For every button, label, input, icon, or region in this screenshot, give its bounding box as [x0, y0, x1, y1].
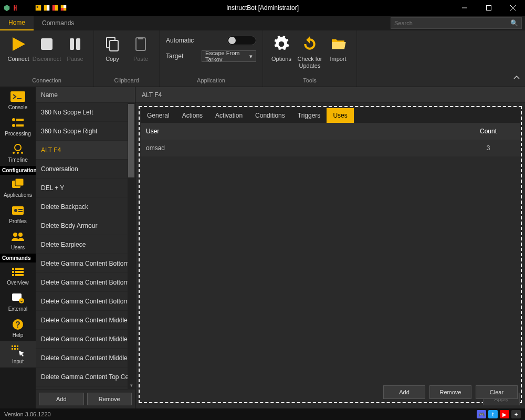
- connect-button[interactable]: Connect: [4, 33, 33, 65]
- vnav-help-label: Help: [13, 332, 24, 338]
- vnav-overview[interactable]: Overview: [0, 262, 36, 289]
- gear-icon: [272, 35, 291, 54]
- app-icon-1: [3, 4, 10, 12]
- uses-clear-button[interactable]: Clear: [476, 385, 518, 399]
- svg-rect-19: [110, 40, 118, 51]
- applications-icon: [10, 178, 26, 191]
- uses-col-user[interactable]: User: [146, 128, 462, 135]
- vnav-input[interactable]: Input: [0, 341, 36, 368]
- menu-tab-home[interactable]: Home: [0, 16, 34, 30]
- command-item[interactable]: Delete Gamma Content Middle ...: [36, 311, 128, 330]
- tab-triggers[interactable]: Triggers: [291, 108, 327, 123]
- svg-rect-16: [70, 38, 74, 50]
- minibtn-1[interactable]: [35, 4, 42, 12]
- minimize-button[interactable]: [453, 0, 477, 16]
- command-item[interactable]: Delete Backpack: [36, 197, 128, 216]
- updates-button[interactable]: Check for Updates: [296, 33, 324, 71]
- uses-cell-count: 3: [462, 144, 514, 152]
- svg-rect-40: [12, 268, 14, 270]
- command-add-button[interactable]: Add: [39, 393, 84, 405]
- uses-remove-button[interactable]: Remove: [429, 385, 471, 399]
- command-item[interactable]: DEL + Y: [36, 178, 128, 197]
- command-item[interactable]: Delete Body Armour: [36, 216, 128, 235]
- external-icon: [10, 292, 26, 304]
- svg-rect-21: [138, 37, 143, 39]
- import-label: Import: [330, 56, 346, 62]
- vnav-users[interactable]: Users: [0, 227, 36, 254]
- scroll-down-icon[interactable]: ▾: [128, 383, 135, 388]
- tab-uses[interactable]: Uses: [327, 108, 353, 123]
- paste-label: Paste: [133, 56, 148, 62]
- close-button[interactable]: [501, 0, 525, 16]
- menu-tab-commands[interactable]: Commands: [34, 16, 82, 30]
- vnav-applications[interactable]: Applications: [0, 175, 36, 201]
- refresh-icon: [300, 35, 319, 54]
- paste-button[interactable]: Paste: [127, 33, 155, 65]
- svg-rect-22: [10, 91, 25, 102]
- command-item[interactable]: 360 No Scope Left: [36, 103, 128, 122]
- uses-row[interactable]: omsad 3: [141, 140, 520, 156]
- command-item[interactable]: Delete Gamma Content Middle ...: [36, 349, 128, 368]
- processing-icon: [10, 117, 26, 129]
- minibtn-2[interactable]: [43, 4, 50, 12]
- vnav-profiles[interactable]: Profiles: [0, 201, 36, 227]
- ribbon-group-tools: Options Check for Updates Import Tools: [263, 30, 357, 87]
- automatic-toggle[interactable]: [227, 36, 256, 45]
- command-item[interactable]: Delete Earpiece: [36, 235, 128, 254]
- search-box[interactable]: 🔍: [391, 17, 522, 29]
- svg-point-29: [13, 152, 15, 154]
- tab-activation[interactable]: Activation: [209, 108, 249, 123]
- target-value: Escape From Tarkov: [205, 50, 249, 62]
- command-item[interactable]: Delete Gamma Content Middle L...: [36, 330, 128, 349]
- vnav-profiles-label: Profiles: [9, 218, 26, 224]
- command-item[interactable]: Delete Gamma Content Bottom ...: [36, 292, 128, 311]
- tab-actions[interactable]: Actions: [176, 108, 209, 123]
- command-item[interactable]: Delete Gamma Content Bottom ...: [36, 273, 128, 292]
- minibtn-3[interactable]: [51, 4, 59, 12]
- target-label: Target: [166, 52, 197, 60]
- uses-col-count[interactable]: Count: [462, 128, 514, 135]
- search-input[interactable]: [394, 20, 510, 26]
- minibtn-4[interactable]: [60, 4, 67, 12]
- command-item[interactable]: 360 No Scope Right: [36, 122, 128, 141]
- detail-title: ALT F4: [135, 87, 525, 103]
- vnav-timeline[interactable]: Timeline: [0, 140, 36, 166]
- command-item[interactable]: Conversation: [36, 160, 128, 178]
- misc-icon[interactable]: ✦: [511, 410, 521, 418]
- command-list-header[interactable]: Name: [36, 87, 135, 103]
- ribbon-collapse-button[interactable]: [511, 72, 522, 85]
- uses-add-button[interactable]: Add: [383, 385, 425, 399]
- detail-panel: ALT F4 General Actions Activation Condit…: [135, 87, 525, 408]
- tab-conditions[interactable]: Conditions: [249, 108, 291, 123]
- vnav-processing[interactable]: Processing: [0, 113, 36, 140]
- target-combo[interactable]: Escape From Tarkov ▾: [202, 50, 256, 62]
- disconnect-button[interactable]: Disconnect: [33, 33, 61, 65]
- discord-icon[interactable]: 🎮: [477, 410, 486, 418]
- svg-rect-51: [14, 345, 16, 347]
- vnav-console[interactable]: Console: [0, 87, 36, 113]
- paste-icon: [131, 35, 150, 54]
- options-button[interactable]: Options: [267, 33, 296, 65]
- import-button[interactable]: Import: [324, 33, 352, 65]
- svg-point-24: [12, 118, 15, 121]
- svg-rect-34: [12, 206, 24, 215]
- svg-point-26: [12, 124, 15, 127]
- svg-rect-27: [16, 124, 24, 127]
- command-item[interactable]: Delete Gamma Content Top Ce...: [36, 368, 128, 386]
- command-item[interactable]: ALT F4: [36, 141, 128, 160]
- copy-button[interactable]: Copy: [98, 33, 127, 65]
- twitter-icon[interactable]: t: [488, 410, 498, 418]
- command-scrollbar[interactable]: ▾: [128, 103, 135, 389]
- vnav-external[interactable]: External: [0, 289, 36, 315]
- folder-icon: [329, 35, 348, 54]
- vnav-header-commands: Commands: [0, 254, 36, 262]
- titlebar: InstructBot [Administrator]: [0, 0, 525, 16]
- scrollbar-thumb[interactable]: [128, 104, 134, 177]
- vnav-help[interactable]: ? Help: [0, 315, 36, 341]
- command-remove-button[interactable]: Remove: [87, 393, 132, 405]
- maximize-button[interactable]: [477, 0, 501, 16]
- tab-general[interactable]: General: [141, 108, 176, 123]
- pause-button[interactable]: Pause: [61, 33, 89, 65]
- command-item[interactable]: Delete Gamma Content Bottom ...: [36, 254, 128, 273]
- youtube-icon[interactable]: ▶: [500, 410, 509, 418]
